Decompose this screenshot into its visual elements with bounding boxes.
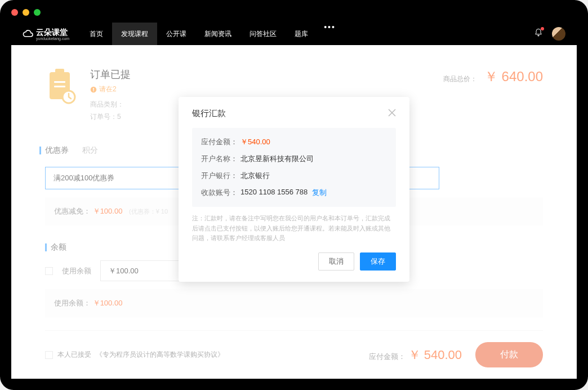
nav-item-bank[interactable]: 题库	[286, 23, 317, 45]
nav-item-qa[interactable]: 问答社区	[240, 23, 286, 45]
amount-value: ￥540.00	[240, 137, 270, 147]
logo[interactable]: 云朵课堂 yunduoketang.com	[23, 28, 69, 41]
account-no-label: 收款账号：	[201, 188, 240, 198]
account-name-value: 北京昱新科技有限公司	[240, 154, 314, 164]
nav-item-open-class[interactable]: 公开课	[157, 23, 195, 45]
logo-subtitle: yunduoketang.com	[36, 37, 69, 41]
window-controls	[11, 9, 41, 16]
window-close[interactable]	[11, 9, 18, 16]
save-button[interactable]: 保存	[360, 252, 396, 271]
nav-item-discover[interactable]: 发现课程	[112, 23, 157, 45]
nav-items: 首页 发现课程 公开课 新闻资讯 问答社区 题库 •••	[81, 23, 342, 45]
modal-close-button[interactable]	[388, 109, 396, 119]
account-no-value: 1520 1108 1556 788	[240, 188, 308, 198]
notifications-button[interactable]	[534, 28, 543, 39]
modal-note: 注：汇款时，请在备注中写明您在我公司的用户名和本订单号，汇款完成后请点击已支付按…	[192, 214, 396, 243]
cloud-icon	[23, 29, 34, 38]
copy-button[interactable]: 复制	[312, 188, 327, 198]
close-icon	[388, 109, 396, 117]
account-name-label: 开户名称：	[201, 154, 240, 164]
user-avatar[interactable]	[552, 27, 565, 41]
content: 订单已提 请在2 商品类别： 订单号：5 商品总价： ￥ 640.00 优惠券 …	[11, 45, 577, 379]
cancel-button[interactable]: 取消	[318, 252, 354, 271]
nav-item-news[interactable]: 新闻资讯	[195, 23, 240, 45]
notification-badge	[541, 27, 544, 30]
bank-label: 开户银行：	[201, 171, 240, 181]
modal-title: 银行汇款	[192, 108, 226, 119]
window-minimize[interactable]	[23, 9, 29, 16]
nav-more[interactable]: •••	[317, 23, 342, 45]
modal-body: 应付金额： ￥540.00 开户名称： 北京昱新科技有限公司 开户银行： 北京银…	[192, 128, 396, 207]
nav-item-home[interactable]: 首页	[81, 23, 112, 45]
amount-label: 应付金额：	[201, 137, 240, 147]
navbar: 云朵课堂 yunduoketang.com 首页 发现课程 公开课 新闻资讯 问…	[11, 23, 577, 45]
window-maximize[interactable]	[34, 9, 41, 16]
bank-transfer-modal: 银行汇款 应付金额： ￥540.00 开户名称： 北京昱新科技有限公司	[179, 97, 409, 282]
bank-value: 北京银行	[240, 171, 270, 181]
